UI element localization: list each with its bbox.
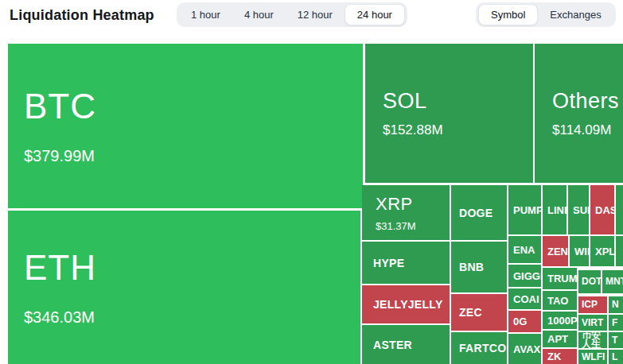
cell-symbol: 币安 人生 — [582, 332, 601, 348]
cell-symbol: SOL — [383, 89, 427, 114]
cell-symbol: ZEN — [547, 246, 568, 258]
cell-symbol: MNT — [605, 277, 623, 286]
cell-symbol: XRP — [376, 194, 413, 215]
cell-liquidation-value: $346.03M — [24, 308, 95, 327]
treemap-cell-n[interactable]: N — [609, 296, 623, 313]
cell-symbol: JELLYJELLY — [373, 298, 443, 311]
cell-symbol: BTC — [24, 87, 96, 126]
treemap-cell-zk[interactable]: ZK — [543, 349, 577, 364]
cell-symbol: N — [612, 300, 619, 309]
treemap-cell-giggle[interactable]: GIGGLE — [508, 265, 541, 287]
treemap-cell-zen[interactable]: ZEN — [543, 236, 568, 266]
treemap-cell-others[interactable]: Others$114.09M — [535, 44, 623, 183]
liquidation-heatmap-app: Liquidation Heatmap 1 hour4 hour12 hour2… — [0, 0, 623, 364]
treemap-cell-virt[interactable]: VIRT — [578, 315, 607, 331]
treemap-cell-eth[interactable]: ETH$346.03M — [8, 211, 360, 364]
treemap-cell-dot[interactable]: DOT — [578, 270, 601, 293]
treemap-cell-xrp[interactable]: XRP$31.37M — [365, 185, 450, 240]
cell-symbol: VIRT — [582, 319, 603, 327]
cell-symbol: WLFI — [582, 353, 605, 362]
treemap-cell-jellyjelly[interactable]: JELLYJELLY — [365, 285, 450, 323]
treemap-cell-bnb[interactable]: BNB — [451, 242, 507, 292]
header: Liquidation Heatmap 1 hour4 hour12 hour2… — [0, 0, 623, 36]
cell-symbol: F — [612, 319, 617, 327]
treemap-cell-apt[interactable]: APT — [543, 331, 577, 347]
cell-symbol: DOGE — [459, 207, 493, 219]
cell-symbol: SUI — [573, 204, 589, 216]
view-toggle-exchanges[interactable]: Exchanges — [538, 5, 613, 25]
treemap-cell-t[interactable]: T — [609, 332, 623, 348]
treemap-cell-0g[interactable]: 0G — [508, 311, 541, 332]
treemap-cell-trump[interactable]: TRUMP — [543, 268, 577, 289]
treemap-cell-f[interactable]: F — [609, 315, 623, 331]
treemap-cell-fartcoin[interactable]: FARTCOIN — [451, 332, 507, 364]
treemap-cell-l[interactable]: L — [609, 350, 623, 364]
cell-liquidation-value: $31.37M — [376, 220, 416, 232]
treemap-cell-wlfi[interactable]: WLFI — [578, 350, 607, 364]
cell-symbol: 0G — [513, 316, 527, 327]
cell-symbol: HYPE — [373, 257, 404, 269]
liquidation-treemap: BTC$379.99METH$346.03MSOL$152.88MOthers$… — [0, 36, 623, 364]
cell-symbol: ASTER — [373, 339, 412, 351]
view-toggle-group: SymbolExchanges — [476, 2, 616, 27]
time-range-24-hour[interactable]: 24 hour — [345, 4, 405, 25]
treemap-cell-sliver[interactable] — [362, 285, 365, 323]
treemap-cell-mnt[interactable]: MNT — [602, 270, 623, 293]
treemap-cell-doge[interactable]: DOGE — [451, 185, 507, 240]
time-range-group: 1 hour4 hour12 hour24 hour — [177, 2, 407, 27]
view-toggle-symbol[interactable]: Symbol — [478, 4, 538, 25]
treemap-cell-ena[interactable]: ENA — [508, 236, 541, 263]
cell-symbol: DASH — [595, 204, 614, 216]
cell-symbol: FARTCOIN — [459, 342, 507, 354]
page-title: Liquidation Heatmap — [10, 7, 154, 24]
treemap-cell-sliver[interactable] — [362, 325, 365, 364]
cell-symbol: GIGGLE — [513, 270, 541, 282]
cell-symbol: L — [612, 353, 617, 362]
treemap-cell-sui[interactable]: SUI — [568, 185, 589, 234]
treemap-cell-btc[interactable]: BTC$379.99M — [8, 44, 363, 208]
treemap-cell-wif[interactable]: WIF — [570, 236, 589, 266]
treemap-cell-icp[interactable]: ICP — [578, 296, 607, 313]
treemap-cell-xpl[interactable]: XPL — [590, 236, 614, 266]
treemap-cell-pump[interactable]: PUMP — [508, 185, 541, 234]
cell-symbol: DOT — [582, 277, 601, 286]
treemap-cell-tao[interactable]: TAO — [543, 291, 577, 310]
time-range-4-hour[interactable]: 4 hour — [232, 5, 286, 25]
cell-symbol: Others — [552, 89, 619, 114]
cell-symbol: COAI — [513, 293, 539, 305]
cell-symbol: TRUMP — [547, 273, 577, 285]
treemap-cell-sliver[interactable] — [616, 236, 623, 266]
cell-symbol: WIF — [574, 246, 589, 258]
cell-symbol: APT — [547, 333, 568, 345]
treemap-cell-zec[interactable]: ZEC — [451, 294, 507, 331]
treemap-cell-aster[interactable]: ASTER — [365, 325, 450, 364]
cell-symbol: AVAX — [513, 343, 540, 355]
cell-symbol: ZEC — [459, 306, 482, 319]
cell-symbol: 1000P — [547, 315, 577, 327]
cell-symbol: BNB — [459, 261, 484, 273]
treemap-cell-币安-人生[interactable]: 币安 人生 — [578, 332, 607, 348]
treemap-cell-sliver[interactable] — [362, 185, 365, 240]
treemap-cell-avax[interactable]: AVAX — [508, 334, 541, 364]
treemap-cell-link[interactable]: LINK — [543, 185, 567, 234]
treemap-cell-coai[interactable]: COAI — [508, 288, 541, 309]
cell-symbol: PUMP — [513, 204, 541, 216]
cell-symbol: LINK — [547, 204, 567, 216]
treemap-cell-dash[interactable]: DASH — [590, 185, 614, 234]
treemap-cell-sliver[interactable] — [362, 242, 365, 284]
cell-symbol: T — [612, 336, 617, 345]
cell-symbol: ENA — [513, 244, 535, 256]
treemap-cell-hype[interactable]: HYPE — [365, 242, 450, 284]
cell-liquidation-value: $114.09M — [552, 122, 611, 138]
treemap-cell-sol[interactable]: SOL$152.88M — [365, 44, 533, 183]
time-range-12-hour[interactable]: 12 hour — [286, 5, 345, 25]
cell-symbol: ICP — [582, 300, 598, 309]
cell-symbol: XPL — [595, 246, 614, 258]
treemap-cell-sliver[interactable] — [616, 185, 623, 234]
cell-symbol: ZK — [547, 350, 561, 362]
cell-symbol: ETH — [24, 248, 96, 288]
cell-symbol: TAO — [547, 295, 568, 307]
treemap-cell-1000p[interactable]: 1000P — [543, 312, 577, 329]
time-range-1-hour[interactable]: 1 hour — [179, 5, 232, 25]
cell-liquidation-value: $379.99M — [24, 147, 95, 165]
